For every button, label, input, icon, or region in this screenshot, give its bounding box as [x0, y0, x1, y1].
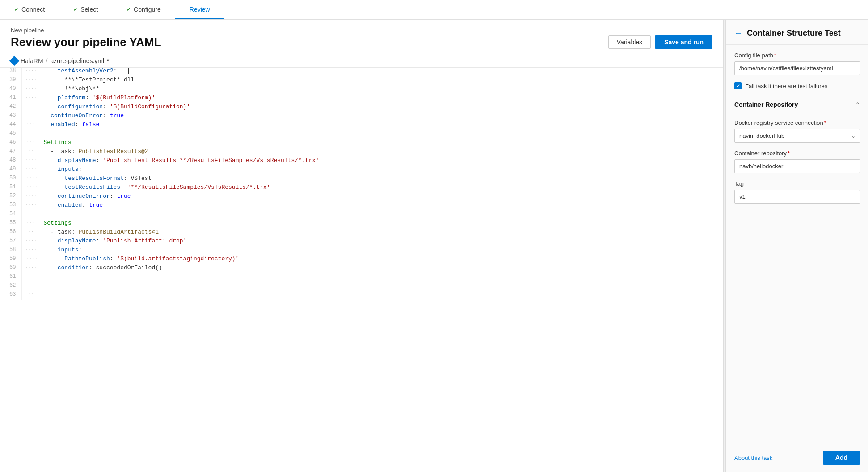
header-actions: Variables Save and run: [608, 35, 712, 49]
line-indent-dots: ···: [21, 282, 40, 291]
tab-configure-label: Configure: [134, 6, 161, 13]
line-code: [40, 130, 723, 139]
configure-check-icon: ✓: [126, 6, 131, 13]
table-row: 50····· testResultsFormat: VSTest: [0, 175, 723, 184]
line-code: platform: '$(BuildPlatform)': [40, 94, 723, 103]
save-run-button[interactable]: Save and run: [655, 35, 712, 49]
line-code: Settings: [40, 139, 723, 148]
line-code: displayName: 'Publish Test Results **/Re…: [40, 157, 723, 166]
table-row: 62···: [0, 282, 723, 291]
about-link[interactable]: About this task: [734, 455, 772, 461]
line-number: 52: [0, 193, 21, 202]
add-button[interactable]: Add: [823, 451, 860, 465]
line-code: - task: PublishTestResults@2: [40, 148, 723, 157]
line-number: 40: [0, 85, 21, 94]
fail-task-checkbox[interactable]: [734, 82, 742, 89]
tab-connect-label: Connect: [21, 6, 45, 13]
line-code: inputs:: [40, 247, 723, 255]
path-separator: /: [46, 57, 48, 64]
config-file-path-input[interactable]: [734, 61, 860, 75]
docker-registry-select[interactable]: navin_dockerHub: [734, 129, 860, 143]
line-indent-dots: ···: [21, 121, 40, 130]
line-code: !**\obj\**: [40, 85, 723, 94]
table-row: 45: [0, 130, 723, 139]
line-indent-dots: ··: [21, 291, 40, 300]
line-number: 45: [0, 130, 21, 139]
line-indent-dots: ····: [21, 238, 40, 247]
docker-registry-label: Docker registry service connection*: [734, 119, 860, 126]
table-row: 38···· testAssemblyVer2: |: [0, 68, 723, 77]
line-code: [40, 291, 723, 300]
line-indent-dots: ·····: [21, 255, 40, 264]
repo-icon: [9, 56, 20, 66]
line-number: 38: [0, 68, 21, 77]
table-row: 40···· !**\obj\**: [0, 85, 723, 94]
table-row: 47·· - task: PublishTestResults@2: [0, 148, 723, 157]
tag-input[interactable]: [734, 190, 860, 204]
back-button[interactable]: ←: [734, 29, 742, 38]
code-editor[interactable]: 38···· testAssemblyVer2: | 39···· **\*Te…: [0, 68, 723, 472]
line-number: 42: [0, 103, 21, 112]
tab-review[interactable]: Review: [175, 0, 224, 19]
top-nav: ✓ Connect ✓ Select ✓ Configure Review: [0, 0, 868, 20]
line-indent-dots: ···: [21, 220, 40, 229]
line-number: 43: [0, 112, 21, 121]
line-number: 62: [0, 282, 21, 291]
variables-button[interactable]: Variables: [608, 35, 651, 49]
table-row: 41···· platform: '$(BuildPlatform)': [0, 94, 723, 103]
line-number: 46: [0, 139, 21, 148]
line-number: 63: [0, 291, 21, 300]
line-code: [40, 211, 723, 220]
line-number: 56: [0, 229, 21, 238]
main-layout: New pipeline Review your pipeline YAML V…: [0, 20, 868, 472]
line-indent-dots: [21, 273, 40, 282]
right-panel-header: ← Container Structure Test: [726, 20, 868, 45]
line-indent-dots: ···: [21, 139, 40, 148]
docker-registry-select-wrapper: navin_dockerHub ⌄: [734, 129, 860, 143]
line-code: [40, 282, 723, 291]
container-repository-input[interactable]: [734, 159, 860, 173]
tag-label: Tag: [734, 180, 860, 187]
table-row: 55···Settings: [0, 220, 723, 229]
chevron-down-icon: ⌃: [855, 102, 860, 108]
tab-connect[interactable]: ✓ Connect: [0, 0, 59, 19]
line-code: condition: succeededOrFailed(): [40, 264, 723, 273]
page-header: New pipeline Review your pipeline YAML V…: [0, 20, 723, 55]
line-indent-dots: ····: [21, 157, 40, 166]
line-number: 49: [0, 166, 21, 175]
line-indent-dots: ····: [21, 264, 40, 273]
page-header-left: New pipeline Review your pipeline YAML: [11, 27, 161, 49]
line-number: 60: [0, 264, 21, 273]
line-code: displayName: 'Publish Artifact: drop': [40, 238, 723, 247]
panel-footer: About this task Add: [726, 443, 868, 472]
file-name[interactable]: azure-pipelines.yml: [50, 57, 104, 64]
line-code: continueOnError: true: [40, 112, 723, 121]
line-indent-dots: ····: [21, 103, 40, 112]
tab-select[interactable]: ✓ Select: [59, 0, 112, 19]
line-indent-dots: [21, 130, 40, 139]
line-number: 61: [0, 273, 21, 282]
line-number: 54: [0, 211, 21, 220]
container-repository-section[interactable]: Container Repository ⌃: [734, 97, 860, 113]
table-row: 54: [0, 211, 723, 220]
line-indent-dots: ··: [21, 229, 40, 238]
line-indent-dots: ····: [21, 247, 40, 255]
page-subtitle: New pipeline: [11, 27, 161, 34]
line-code: [40, 273, 723, 282]
table-row: 53···· enabled: true: [0, 202, 723, 211]
table-row: 49···· inputs:: [0, 166, 723, 175]
line-number: 44: [0, 121, 21, 130]
tab-configure[interactable]: ✓ Configure: [112, 0, 175, 19]
table-row: 60···· condition: succeededOrFailed(): [0, 264, 723, 273]
line-number: 53: [0, 202, 21, 211]
fail-task-label: Fail task if there are test failures: [745, 83, 827, 89]
line-number: 59: [0, 255, 21, 264]
line-code: **\*TestProject*.dll: [40, 77, 723, 85]
line-code: testResultsFiles: '**/ResultsFileSamples…: [40, 184, 723, 193]
table-row: 43··· continueOnError: true: [0, 112, 723, 121]
modified-indicator: *: [107, 57, 109, 64]
line-indent-dots: ··: [21, 148, 40, 157]
table-row: 44··· enabled: false: [0, 121, 723, 130]
line-code: inputs:: [40, 166, 723, 175]
container-repository-label: Container repository*: [734, 150, 860, 157]
